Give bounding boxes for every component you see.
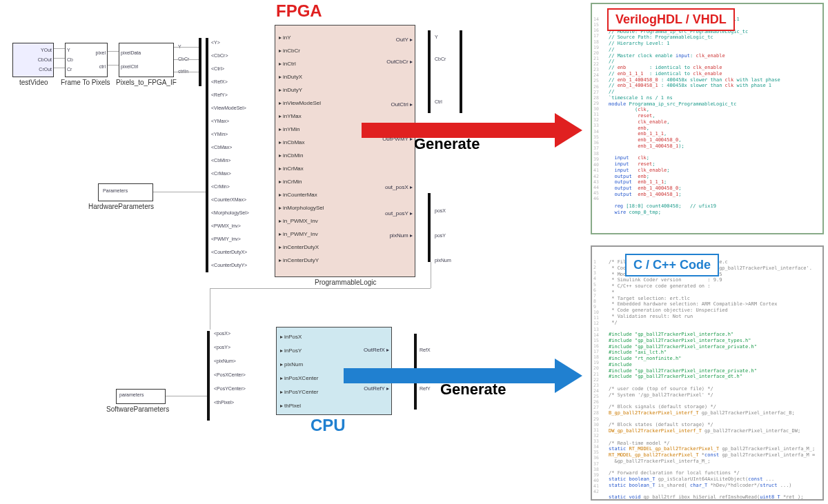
- cpu-title: CPU: [310, 416, 346, 435]
- fpga-bus-inCrMax: <CrMax>: [211, 171, 231, 176]
- code-box-c: 1234567891011121314151617181920212223242…: [591, 245, 824, 501]
- label-pixels-to-fpga-if: Pixels_to_FPGA_IF: [116, 79, 177, 86]
- cpu-in-inPosXCenter: ▸inPosXCenter: [278, 373, 318, 383]
- out-ctrl: Ctrl: [435, 99, 442, 104]
- fpga-bus-inYMax: <YMax>: [211, 119, 229, 123]
- block-testvideo: YOut CbOut CrOut: [12, 43, 54, 77]
- code-label-c: C / C++ Code: [625, 254, 719, 276]
- fpga-in-inCbCr: ▸inCbCr: [277, 46, 300, 55]
- generate-label-bottom: Generate: [440, 381, 506, 399]
- fpga-bus-inCenterDutyY: <CounterDutyY>: [211, 263, 247, 268]
- fpga-bus-inDutyY: <RefY>: [211, 92, 228, 97]
- fpga-out-out_posX: out_posX ▸: [385, 184, 413, 190]
- demux-fpga-pos-out: [428, 193, 431, 262]
- block-software-parameters: parameters: [116, 389, 166, 404]
- fpga-out-OutCbCr: OutCbCr ▸: [386, 59, 413, 65]
- fpga-in-inCrMin: ▸inCrMin: [277, 177, 302, 186]
- mux-fpga-video-out: [460, 30, 462, 113]
- fpga-in-inYMin: ▸inYMin: [277, 124, 299, 134]
- port-pixelctrl: pixelCtrl: [121, 64, 138, 69]
- cpu-in-inPosX: ▸inPosX: [278, 332, 302, 341]
- cpu-bus-inPosYCenter: <PosYCenter>: [214, 386, 246, 391]
- fpga-in-inYMax: ▸inYMax: [277, 111, 302, 121]
- out-y: Y: [435, 34, 438, 39]
- fpga-in-inCenterDutyX: ▸inCenterDutyX: [277, 242, 319, 252]
- cpu-out-OutRefX: OutRefX ▸: [364, 347, 389, 353]
- port-cb: Cb: [67, 57, 73, 62]
- fpga-in-inCenterDutyY: ▸inCenterDutyY: [277, 255, 319, 265]
- port-cr: Cr: [67, 67, 72, 72]
- fpga-bus-inCbMax: <CbMax>: [211, 145, 232, 150]
- block-frame-to-pixels: Y Cb Cr pixel ctrl: [65, 43, 108, 77]
- port-pixel: pixel: [96, 50, 106, 55]
- fpga-bus-inCbMin: <CbMin>: [211, 158, 230, 163]
- fpga-out-out_posY: out_posY ▸: [385, 210, 413, 216]
- out-pixnum: pixNum: [435, 258, 451, 263]
- cpu-in-inPosYCenter: ▸inPosYCenter: [278, 387, 318, 396]
- fpga-in-in_PWMY_Inv: ▸in_PWMY_Inv: [277, 229, 318, 239]
- out-refx: RefX: [420, 347, 431, 352]
- fpga-in-inY: ▸inY: [277, 32, 291, 42]
- fpga-bus-inCtrl: <Ctrl>: [211, 66, 224, 71]
- fpga-bus-inCounterMax: <CounterXMax>: [211, 197, 246, 202]
- label-frame-to-pixels: Frame To Pixels: [61, 79, 110, 86]
- fpga-out-OutY: OutY ▸: [396, 37, 413, 43]
- fpga-bus-inMorphologySel: <MorphologySel>: [211, 210, 249, 215]
- fpga-in-inCounterMax: ▸inCounterMax: [277, 190, 317, 199]
- fpga-bus-inY: <Y>: [211, 40, 220, 45]
- block-programmable-logic: ▸inY▸inCbCr▸inCtrl▸inDutyX▸inDutyY▸inVie…: [275, 25, 415, 277]
- label-software-parameters: SoftwareParameters: [106, 405, 169, 413]
- out-posy: posY: [435, 233, 446, 238]
- fpga-bus-inYMin: <YMin>: [211, 132, 228, 137]
- port-cbout: CbOut: [38, 57, 52, 62]
- out-cbcr: CbCr: [435, 57, 446, 61]
- fpga-in-inDutyY: ▸inDutyY: [277, 85, 302, 94]
- fpga-in-inCtrl: ▸inCtrl: [277, 59, 296, 68]
- fpga-in-in_PWMX_Inv: ▸in_PWMX_Inv: [277, 216, 318, 225]
- fpga-bus-in_PWMY_Inv: <PWMY_inv>: [211, 236, 241, 241]
- fpga-in-inCbMax: ▸inCbMax: [277, 137, 305, 147]
- cpu-in-thPixel: ▸thPixel: [278, 401, 301, 410]
- cpu-bus-inPosY: <posY>: [214, 345, 230, 350]
- demux-fpga-video-out: [428, 30, 431, 113]
- hw-param-content: Parameters: [99, 184, 152, 197]
- cpu-in-pixNum: ▸pixNum: [278, 359, 303, 369]
- fpga-title: FPGA: [276, 1, 322, 21]
- code-box-hdl: 1415161718192021222324252627282930313233…: [591, 3, 824, 234]
- fpga-bus-inDutyX: <RefX>: [211, 79, 228, 84]
- mux-cpu-in: [207, 331, 210, 421]
- out-posx: posX: [435, 208, 446, 213]
- port-y: Y: [67, 48, 70, 52]
- fpga-bus-inCbCr: <CbCr>: [211, 53, 228, 58]
- fpga-out-OutCtrl: OutCtrl ▸: [391, 101, 413, 108]
- mux-fpga-in: [206, 38, 208, 272]
- cpu-bus-inPosX: <posX>: [214, 331, 230, 336]
- fpga-in-inCbMin: ▸inCbMin: [277, 150, 303, 160]
- port-yout: YOut: [41, 48, 52, 52]
- label-hardware-parameters: HardwareParameters: [88, 203, 154, 210]
- cpu-in-inPosY: ▸inPosY: [278, 345, 302, 355]
- fpga-in-inViewModeSel: ▸inViewModeSel: [277, 98, 321, 108]
- sw-param-content: parameters: [117, 390, 165, 400]
- fpga-in-inMorphologySel: ▸inMorphologySel: [277, 203, 324, 212]
- label-testvideo: testVideo: [19, 79, 48, 86]
- port-crout: CrOut: [39, 67, 52, 72]
- port-pixeldata: pixelData: [121, 50, 141, 55]
- fpga-in-inDutyX: ▸inDutyX: [277, 72, 302, 81]
- fpga-in-inCrMax: ▸inCrMax: [277, 163, 304, 173]
- generate-label-top: Generate: [414, 135, 480, 153]
- cpu-bus-inPosXCenter: <PosXCenter>: [214, 372, 246, 377]
- code-label-hdl: VerilogHDL / VHDL: [607, 8, 735, 31]
- port-ctrl: ctrl: [99, 64, 106, 69]
- fpga-bus-inCenterDutyX: <CounterDutyX>: [211, 250, 247, 254]
- fpga-bus-inCrMin: <CrMin>: [211, 184, 230, 189]
- block-hardware-parameters: Parameters: [98, 183, 153, 201]
- cpu-bus-thPixel: <thPixel>: [214, 400, 234, 405]
- block-pixels-to-fpga-if: pixelData pixelCtrl: [119, 43, 174, 77]
- fpga-bus-in_PWMX_Inv: <PWMX_inv>: [211, 223, 241, 228]
- cpu-bus-pixNum: <pixNum>: [214, 359, 236, 363]
- mux-video-in: [199, 38, 201, 86]
- fpga-bus-inViewModeSel: <ViewModeSel>: [211, 105, 246, 110]
- fpga-out-pixNum: pixNum ▸: [390, 232, 413, 239]
- label-programmable-logic: ProgrammableLogic: [315, 279, 377, 286]
